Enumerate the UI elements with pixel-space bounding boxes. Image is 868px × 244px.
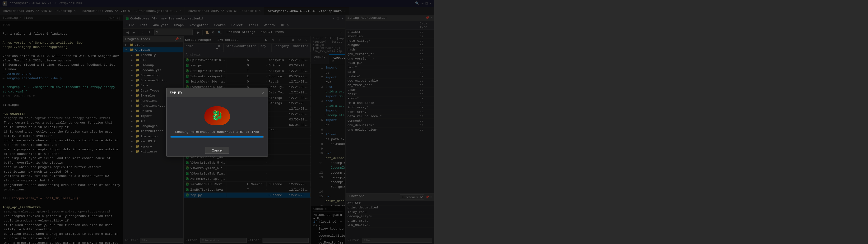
modal-cancel-btn[interactable]: Cancel <box>205 147 229 153</box>
modal-close-btn[interactable]: × <box>262 90 265 95</box>
modal-progress-bar <box>170 136 264 137</box>
modal-buttons: Cancel <box>166 144 268 156</box>
modal-progress-fill <box>170 136 263 137</box>
modal-overlay[interactable]: zep.py × 🐉 Loading references to 00ce44e… <box>0 0 434 244</box>
modal-title-bar: zep.py × <box>166 88 268 97</box>
dragon-icon: 🐉 <box>205 106 230 125</box>
modal-status-text: Loading references to 00ce44e0: 1787 of … <box>170 130 264 134</box>
modal-title: zep.py <box>169 90 182 94</box>
modal-body: 🐉 Loading references to 00ce44e0: 1787 o… <box>166 97 268 144</box>
zep-loading-modal: zep.py × 🐉 Loading references to 00ce44e… <box>166 88 268 156</box>
modal-image-container: 🐉 <box>170 103 264 128</box>
